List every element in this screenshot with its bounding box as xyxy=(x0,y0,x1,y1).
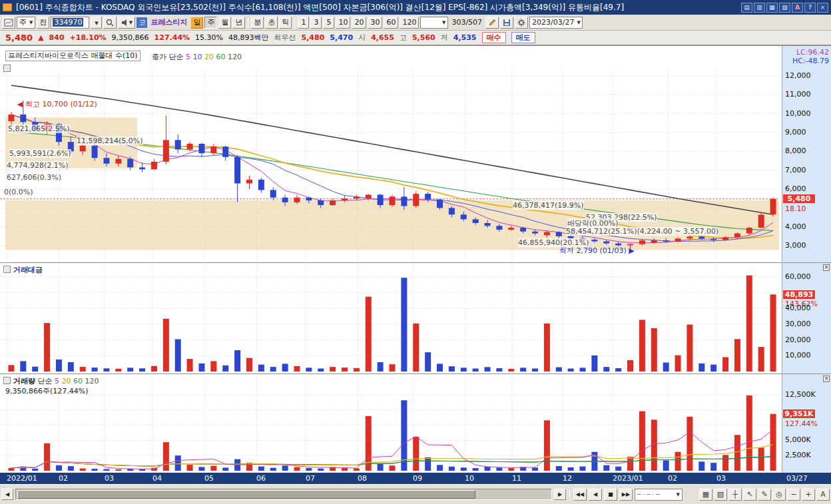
amount-pane-close-icon[interactable]: × xyxy=(823,264,830,271)
target-tool-icon[interactable]: ◎ xyxy=(772,489,786,501)
cursor-tool-icon[interactable]: ↖ xyxy=(743,489,756,501)
low-label: 저 xyxy=(441,33,448,43)
crosshair-tool-icon[interactable]: ┼ xyxy=(728,489,742,501)
code-dropdown-button[interactable]: ▼ xyxy=(91,17,102,29)
volume-profile-label: 4,774,928(2.1%) xyxy=(7,161,69,170)
interval-dropdown[interactable]: ▼ xyxy=(420,17,448,29)
plot-area[interactable]: 프레스티지바이오로직스 매물대 수(10) 종가 단순 5 10 20 60 1… xyxy=(0,46,782,473)
close-icon[interactable]: × xyxy=(817,3,828,13)
stop-button[interactable]: ■ xyxy=(604,489,617,501)
lc-value: LC:96.42 xyxy=(796,48,829,57)
time-axis-label: 02 xyxy=(668,474,677,483)
window-title: [0601] 주식종합차트 - KOSDAQ 외국인보유[23,502(천)] … xyxy=(16,2,740,13)
window-icon-1[interactable]: ▤ xyxy=(741,3,752,13)
period-minute-button[interactable]: 분 xyxy=(251,17,264,29)
volume-profile-label: 0(0.0%) xyxy=(4,188,33,196)
chart-toolbar: 주 ▼ 전 334970 ▼ ▼ 코 프레스티지 일 주 월 년 분 초 틱 1… xyxy=(0,15,831,31)
zoom-out-button[interactable]: − xyxy=(787,489,800,501)
interval-120-button[interactable]: 120 xyxy=(400,17,419,29)
volume-pane-close-icon[interactable]: × xyxy=(823,376,830,382)
scrollbar-thumb[interactable] xyxy=(17,490,475,499)
period-second-button[interactable]: 초 xyxy=(265,17,278,29)
settings-button[interactable] xyxy=(515,17,528,29)
interval-3-button[interactable]: 3 xyxy=(310,17,322,29)
interval-60-button[interactable]: 60 xyxy=(384,17,398,29)
volume-legend: 거래량 단순 5 20 60 120 xyxy=(13,376,99,386)
open-label: 시 xyxy=(358,33,366,43)
interval-20-button[interactable]: 20 xyxy=(352,17,366,29)
layout-tool-icon[interactable]: ▧ xyxy=(714,489,727,501)
window-icon-3[interactable]: ▦ xyxy=(766,3,778,13)
draw-tool-button[interactable] xyxy=(485,17,499,29)
volume-profile-label: 58,454,712(25.1%)(4,224.00 ~ 3,557.00) xyxy=(566,227,718,236)
window-icon-2[interactable]: ▥ xyxy=(754,3,765,13)
hc-value: HC:-48.79 xyxy=(792,57,829,65)
current-price-badge: 5,480 xyxy=(783,194,815,203)
volume-ratio: 127.44% xyxy=(154,33,190,42)
scroll-right-button[interactable]: ▶ xyxy=(554,489,566,500)
time-axis-label: 03 xyxy=(105,474,114,483)
stock-code-input[interactable]: 334970 xyxy=(51,17,89,29)
volume-value: 9,350,866 xyxy=(112,33,149,42)
volume-chart[interactable] xyxy=(0,374,782,473)
axis-tick: 8,000 xyxy=(785,146,806,155)
volume-pane-title: 거래량 xyxy=(13,377,35,385)
speaker-icon xyxy=(121,19,129,26)
draw-tool-icon[interactable]: ✎ xyxy=(758,489,771,501)
period-day-button[interactable]: 일 xyxy=(190,17,203,29)
ma-legend: 종가 단순 5 10 20 60 120 xyxy=(152,52,242,62)
period-week-button[interactable]: 주 xyxy=(204,17,217,29)
period-month-button[interactable]: 월 xyxy=(218,17,231,29)
axis-tick: 2,500K xyxy=(785,451,811,459)
stock-search-button[interactable] xyxy=(103,17,117,29)
best-bid: 5,470 xyxy=(330,33,353,42)
gear-icon xyxy=(517,19,525,27)
font-icon[interactable]: A xyxy=(792,3,803,13)
price-change: 840 xyxy=(49,33,65,42)
interval-30-button[interactable]: 30 xyxy=(368,17,382,29)
axis-tick: 30,000 xyxy=(785,320,811,328)
pane-drag-handle-icon[interactable] xyxy=(3,65,11,72)
time-axis-label: 11 xyxy=(512,474,521,483)
prev-stock-button[interactable]: 전 xyxy=(37,17,49,29)
help-icon[interactable]: ? xyxy=(804,3,816,13)
period-tick-button[interactable]: 틱 xyxy=(279,17,292,29)
chart-mode-icon[interactable] xyxy=(2,17,15,29)
stock-code-value: 334970 xyxy=(53,18,83,27)
window-icon-4[interactable]: ▧ xyxy=(779,3,790,13)
stock-chart-window: [0601] 주식종합차트 - KOSDAQ 외국인보유[23,502(천)] … xyxy=(0,0,831,504)
bottom-toolbar: ◀ ▶ ◀◀ ◀ ■ ▶▶ ─ · ─ · ─ ▼ ▦ ▧ ┼ ↖ ✎ ◎ − … xyxy=(0,484,831,504)
scroll-left-button[interactable]: ◀ xyxy=(1,489,13,500)
rewind-button[interactable]: ◀◀ xyxy=(573,489,587,501)
chevron-down-icon: ▼ xyxy=(29,20,33,25)
step-back-button[interactable]: ◀ xyxy=(589,489,602,501)
interval-5-button[interactable]: 5 xyxy=(323,17,334,29)
vol-ma120-label: 120 xyxy=(85,377,99,385)
trading-amount-chart[interactable] xyxy=(0,262,782,374)
grid-tool-icon[interactable]: ▦ xyxy=(699,489,712,501)
zoom-in-button[interactable]: + xyxy=(802,489,815,501)
chart-scrollbar[interactable] xyxy=(15,489,552,500)
vol-ma20-label: 20 xyxy=(62,377,71,385)
pane-separator xyxy=(782,374,831,374)
vol-ma5-label: 5 xyxy=(55,377,59,385)
pane-drag-handle-icon[interactable] xyxy=(3,266,11,273)
alert-sound-button[interactable]: ▼ xyxy=(118,17,135,29)
date-input[interactable]: 2023/03/27 ▼ xyxy=(529,17,583,29)
period-year-button[interactable]: 년 xyxy=(232,17,245,29)
fast-forward-button[interactable]: ▶▶ xyxy=(619,489,633,501)
text-tool-button[interactable]: A xyxy=(816,489,830,501)
time-axis-label: 07 xyxy=(306,474,315,483)
interval-10-button[interactable]: 10 xyxy=(336,17,350,29)
save-button[interactable] xyxy=(500,17,513,29)
interval-1-button[interactable]: 1 xyxy=(298,17,309,29)
up-arrow-icon: ▲ xyxy=(38,33,43,42)
volume-ma-simple: 단순 xyxy=(38,377,53,385)
line-style-dropdown[interactable]: ─ · ─ · ─ ▼ xyxy=(635,489,683,501)
buy-button[interactable]: 매수 xyxy=(482,32,506,43)
last-date-label: 03/27 xyxy=(786,474,808,483)
sell-button[interactable]: 매도 xyxy=(511,32,535,43)
period-dropdown[interactable]: 주 ▼ xyxy=(17,17,35,29)
pane-drag-handle-icon[interactable] xyxy=(3,377,11,384)
time-axis-label: 2022/01 xyxy=(7,474,37,483)
